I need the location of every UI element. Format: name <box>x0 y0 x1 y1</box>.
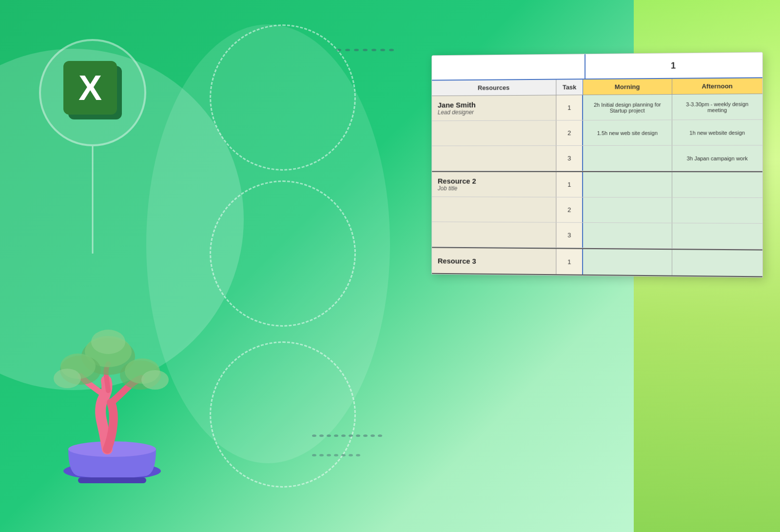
afternoon-cell-3-1 <box>672 250 762 276</box>
morning-cell-2-1 <box>583 172 672 197</box>
col-header-resources: Resources <box>432 80 556 96</box>
resource-name-cell-1: Jane Smith Lead designer <box>432 95 556 120</box>
continuation-name-2-2 <box>432 197 556 222</box>
dashed-circle-middle <box>210 180 356 327</box>
excel-icon-front: X <box>63 61 117 115</box>
task-num-2-3: 3 <box>556 223 583 248</box>
task-num-1-1: 1 <box>556 95 583 120</box>
dashed-circle-top <box>210 24 356 171</box>
table-row: 3 3h Japan campaign work <box>432 145 762 171</box>
column-headers: Resources Task Morning Afternoon <box>432 78 762 96</box>
resource-title-2: Job title <box>438 185 550 192</box>
resource-name-1: Jane Smith <box>438 100 550 109</box>
stem-line <box>92 146 94 254</box>
afternoon-cell-1-2: 1h new website design <box>672 120 762 145</box>
task-num-1-3: 3 <box>556 146 583 171</box>
spreadsheet: 1 Resources Task Morning Afternoon Jane … <box>431 52 763 278</box>
afternoon-cell-1-3: 3h Japan campaign work <box>672 145 762 171</box>
col-header-task: Task <box>556 79 583 95</box>
afternoon-cell-2-2 <box>672 197 762 223</box>
dots-bottom-2 <box>312 454 360 456</box>
table-row: Resource 3 1 <box>432 248 762 276</box>
resource-name-cell-3: Resource 3 <box>432 248 556 274</box>
task-num-3-1: 1 <box>556 249 583 274</box>
resource-section-1: Jane Smith Lead designer 1 2h Initial de… <box>432 94 762 172</box>
svg-point-12 <box>91 330 125 354</box>
svg-point-11 <box>141 370 169 390</box>
bonsai-tree <box>29 298 195 483</box>
header-empty-cell <box>432 54 585 79</box>
col-header-morning: Morning <box>583 79 672 95</box>
col-header-afternoon: Afternoon <box>672 78 762 94</box>
dots-top <box>336 49 394 51</box>
task-num-2-1: 1 <box>556 172 583 197</box>
day-number: 1 <box>585 53 762 79</box>
resource-title-1: Lead designer <box>438 108 550 116</box>
resource-section-2: Resource 2 Job title 1 2 3 <box>432 172 762 251</box>
table-row: Jane Smith Lead designer 1 2h Initial de… <box>432 94 762 121</box>
resource-section-3: Resource 3 1 <box>432 248 762 277</box>
morning-cell-1-1: 2h Initial design planning for Startup p… <box>583 95 672 120</box>
morning-cell-1-2: 1.5h new web site design <box>583 120 672 145</box>
excel-letter: X <box>78 70 102 105</box>
dashed-circle-bottom <box>210 341 356 488</box>
afternoon-cell-2-3 <box>672 223 762 249</box>
table-row: 2 1.5h new web site design 1h new websit… <box>432 120 762 146</box>
table-row: 3 <box>432 222 762 249</box>
morning-cell-2-3 <box>583 223 672 248</box>
continuation-name-1-3 <box>432 146 556 171</box>
continuation-name-2-3 <box>432 222 556 247</box>
resource-name-2: Resource 2 <box>438 177 550 185</box>
table-row: 2 <box>432 197 762 224</box>
task-num-2-2: 2 <box>556 197 583 222</box>
morning-cell-1-3 <box>583 146 672 171</box>
excel-logo-circle: X <box>39 39 146 146</box>
svg-rect-3 <box>78 477 146 483</box>
resource-name-3: Resource 3 <box>438 256 550 266</box>
resource-name-cell-2: Resource 2 Job title <box>432 172 556 197</box>
afternoon-cell-2-1 <box>672 172 762 197</box>
table-row: Resource 2 Job title 1 <box>432 172 762 198</box>
task-num-1-2: 2 <box>556 120 583 145</box>
svg-point-10 <box>54 369 81 388</box>
excel-icon: X <box>58 59 127 127</box>
morning-cell-2-2 <box>583 197 672 223</box>
continuation-name-1-2 <box>432 120 556 145</box>
afternoon-cell-1-1: 3-3.30pm - weekly design meeting <box>672 94 762 120</box>
sheet-header: 1 <box>432 53 762 81</box>
dots-bottom-1 <box>312 434 382 437</box>
morning-cell-3-1 <box>583 249 672 276</box>
